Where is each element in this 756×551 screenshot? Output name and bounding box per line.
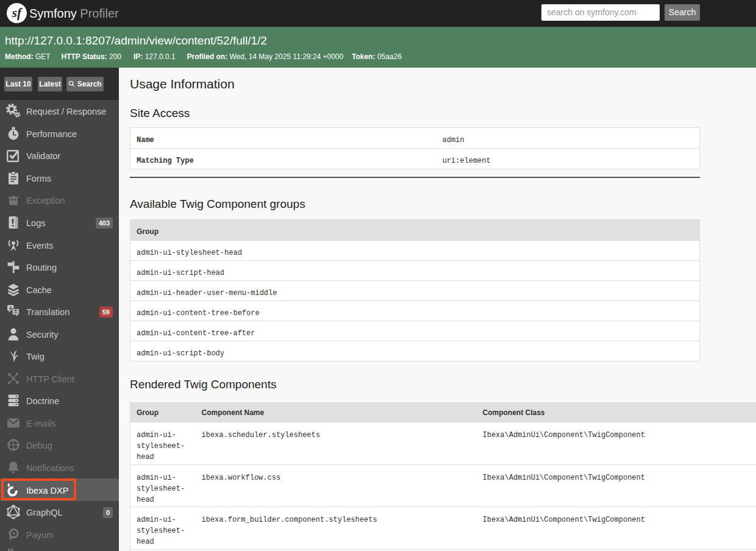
svg-text:sf: sf [12, 5, 23, 20]
svg-text:a: a [9, 305, 12, 311]
